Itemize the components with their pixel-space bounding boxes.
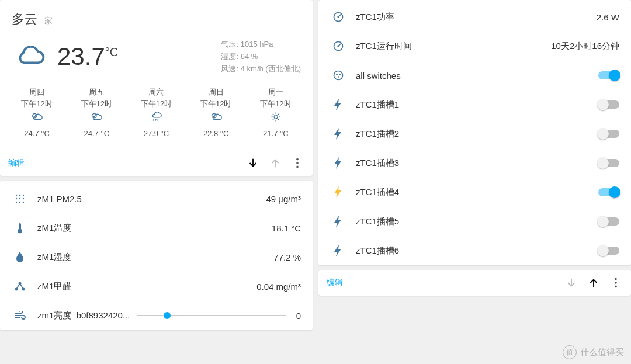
brightness-slider[interactable]: [137, 315, 285, 316]
sensor-value: 49 µg/m³: [266, 194, 301, 204]
power-card: zTC1功率 2.6 W zTC1运行时间 10天2小时16分钟 all swi…: [318, 0, 631, 265]
flash-icon: [330, 244, 346, 257]
sensor-value: 77.2 %: [273, 252, 301, 262]
switch-row[interactable]: zTC1插槽1: [318, 90, 631, 119]
partly-cloudy-icon: [200, 112, 231, 126]
svg-point-35: [339, 74, 341, 75]
svg-point-14: [296, 166, 299, 168]
svg-point-34: [336, 74, 338, 75]
row-value: 10天2小时16分钟: [551, 41, 619, 52]
switch-row[interactable]: zTC1插槽6: [318, 236, 631, 265]
svg-point-18: [16, 198, 17, 199]
switch-label: zTC1插槽5: [356, 216, 399, 227]
current-temperature: 23.7°C: [57, 43, 118, 71]
sensor-value: 0: [296, 311, 301, 321]
sensor-row-pm25[interactable]: zM1 PM2.5 49 µg/m³: [0, 184, 313, 213]
switch-row[interactable]: zTC1插槽5: [318, 207, 631, 236]
weather-condition: 多云: [12, 11, 37, 28]
svg-point-30: [337, 16, 339, 18]
pressure-label: 气压: 1015 hPa: [221, 39, 301, 51]
sensor-row-temp[interactable]: zM1温度 18.1 °C: [0, 213, 313, 242]
switch-toggle[interactable]: [598, 130, 619, 138]
switch-row[interactable]: zTC1插槽3: [318, 148, 631, 178]
cloud-icon: [12, 42, 47, 72]
sensor-row-humidity[interactable]: zM1湿度 77.2 %: [0, 242, 313, 272]
power-card-footer: 编辑: [318, 270, 631, 296]
switch-label: zTC1插槽1: [356, 99, 399, 110]
power-gauge-row[interactable]: zTC1功率 2.6 W: [318, 2, 631, 32]
switch-row[interactable]: zTC1插槽2: [318, 119, 631, 148]
svg-point-39: [615, 286, 617, 288]
switch-label: zTC1插槽6: [356, 245, 399, 256]
molecule-icon: [12, 280, 28, 293]
svg-point-15: [16, 195, 17, 196]
svg-point-16: [19, 195, 20, 196]
thermometer-icon: [12, 221, 28, 234]
switch-toggle[interactable]: [598, 100, 619, 109]
svg-point-12: [296, 158, 299, 161]
drop-icon: [12, 251, 28, 264]
sensor-label: zM1 PM2.5: [37, 194, 82, 204]
svg-point-3: [274, 115, 278, 119]
svg-line-11: [278, 114, 279, 115]
flash-icon: [330, 127, 346, 140]
switch-row[interactable]: zTC1插槽4: [318, 178, 631, 207]
forecast-day: 周日 下午12时 22.8 °C: [200, 86, 231, 139]
edit-link[interactable]: 编辑: [8, 158, 25, 168]
gauge-icon: [330, 11, 346, 23]
sensor-row-hcho[interactable]: zM1甲醛 0.04 mg/m³: [0, 272, 313, 301]
svg-line-27: [16, 283, 20, 289]
switch-toggle[interactable]: [598, 217, 619, 226]
more-icon[interactable]: [290, 156, 304, 170]
switch-toggle[interactable]: [598, 159, 619, 167]
wind-icon: [12, 309, 28, 322]
svg-point-33: [334, 71, 343, 80]
row-label: zTC1功率: [356, 12, 394, 23]
svg-point-32: [337, 45, 339, 47]
weather-details: 气压: 1015 hPa 湿度: 64 % 风速: 4 km/h (西北偏北): [221, 39, 301, 75]
sensor-value: 0.04 mg/m³: [256, 282, 301, 292]
forecast-day: 周一 下午12时 21.7 °C: [260, 86, 291, 139]
sunny-icon: [260, 112, 291, 126]
arrow-up-icon[interactable]: [268, 156, 282, 170]
gauge-icon: [330, 40, 346, 53]
forecast-day: 周六 下午12时 27.9 °C: [141, 86, 172, 139]
svg-point-37: [615, 278, 617, 280]
switch-toggle[interactable]: [598, 188, 619, 196]
sensor-row-brightness[interactable]: zm1亮度_b0f8932420... 0: [0, 301, 313, 330]
svg-line-9: [278, 119, 279, 120]
switch-label: zTC1插槽2: [356, 129, 399, 140]
switch-toggle[interactable]: [598, 247, 619, 255]
weather-card: 多云 家 23.7°C 气压: 1015 hPa 湿度: 64 % 风速: 4 …: [0, 0, 313, 176]
arrow-down-icon[interactable]: [246, 156, 260, 170]
row-value: 2.6 W: [597, 12, 619, 22]
sensor-label: zM1温度: [37, 223, 71, 234]
arrow-up-icon[interactable]: [587, 276, 601, 290]
sensor-label: zM1甲醛: [37, 281, 71, 292]
svg-point-36: [338, 76, 339, 78]
svg-point-20: [23, 198, 24, 199]
svg-point-21: [16, 202, 17, 203]
forecast-day: 周四 下午12时 24.7 °C: [21, 86, 52, 139]
svg-line-8: [273, 114, 274, 115]
edit-link[interactable]: 编辑: [327, 278, 343, 288]
row-label: zTC1运行时间: [356, 41, 412, 52]
svg-line-10: [273, 119, 274, 120]
group-icon: [330, 69, 346, 82]
rainy-icon: [141, 112, 172, 126]
more-icon[interactable]: [609, 276, 623, 290]
partly-cloudy-icon: [21, 112, 52, 126]
switch-label: zTC1插槽3: [356, 158, 399, 169]
all-switches-row[interactable]: all switches: [318, 61, 631, 90]
weather-location: 家: [44, 16, 53, 26]
svg-line-28: [20, 283, 23, 289]
partly-cloudy-icon: [81, 112, 112, 126]
all-switches-toggle[interactable]: [598, 71, 619, 79]
particles-icon: [12, 192, 28, 205]
watermark-icon: 值: [563, 345, 577, 359]
forecast-row: 周四 下午12时 24.7 °C 周五 下午12时 24.7 °C 周六 下午1…: [0, 81, 313, 150]
forecast-day: 周五 下午12时 24.7 °C: [81, 86, 112, 139]
arrow-down-icon[interactable]: [564, 276, 578, 290]
power-runtime-row[interactable]: zTC1运行时间 10天2小时16分钟: [318, 32, 631, 61]
svg-point-17: [23, 195, 24, 196]
